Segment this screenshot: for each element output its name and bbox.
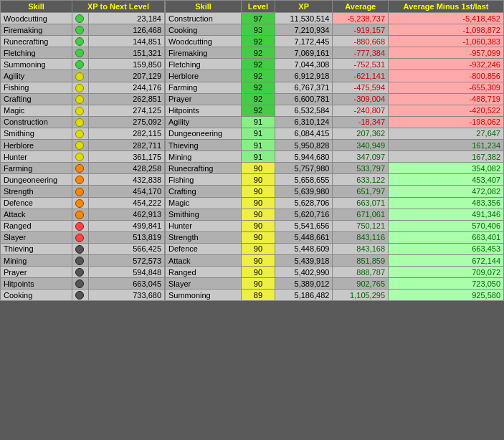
xp-value: 5,541,656: [275, 220, 333, 231]
avgml-value: 491,346: [389, 209, 504, 220]
skill-name: Farming: [1, 163, 72, 174]
avgml-value: 925,580: [389, 290, 504, 301]
level-value: 92: [242, 105, 275, 116]
status-dot: [75, 234, 84, 242]
level-value: 90: [242, 278, 275, 290]
dot-cell: [72, 254, 89, 266]
table-row: Ranged 499,841: [1, 220, 165, 231]
table-row: Farming 92 6,767,371 -475,594 -655,309: [166, 82, 504, 93]
skill-name: Herblore: [166, 70, 242, 82]
status-dot: [75, 95, 84, 104]
skill-name: Fletching: [1, 47, 72, 59]
table-row: Agility 91 6,310,124 -18,347 -198,062: [166, 116, 504, 128]
xp-value: 7,210,934: [275, 24, 333, 36]
dot-cell: [72, 59, 89, 70]
right-header-skill: Skill: [166, 1, 242, 13]
status-dot: [75, 188, 84, 196]
table-row: Woodcutting 92 7,172,445 -880,668 -1,060…: [166, 36, 504, 47]
right-header-avg: Average: [333, 1, 389, 13]
dot-cell: [72, 36, 89, 47]
dot-cell: [72, 82, 89, 93]
table-row: Dungeoneering 91 6,084,415 207,362 27,64…: [166, 128, 504, 139]
avg-value: -752,531: [333, 59, 389, 70]
skill-name: Fishing: [1, 82, 72, 93]
left-header-skill: Skill: [1, 1, 72, 13]
table-row: Agility 207,129: [1, 70, 165, 82]
xp-value: 663,045: [89, 278, 165, 290]
dot-cell: [72, 174, 89, 186]
level-value: 89: [242, 290, 275, 301]
level-value: 92: [242, 47, 275, 59]
avg-value: -777,384: [333, 47, 389, 59]
xp-value: 6,532,584: [275, 105, 333, 116]
table-row: Attack 90 5,439,918 851,859 672,144: [166, 254, 504, 266]
skill-name: Thieving: [166, 140, 242, 151]
right-table: Skill Level XP Average Average Minus 1st…: [165, 0, 504, 301]
level-value: 90: [242, 243, 275, 254]
xp-value: 262,851: [89, 93, 165, 105]
table-row: Construction 97 11,530,514 -5,238,737 -5…: [166, 13, 504, 24]
xp-value: 7,044,308: [275, 59, 333, 70]
skill-name: Hitpoints: [166, 105, 242, 116]
xp-value: 454,170: [89, 186, 165, 197]
dot-cell: [72, 151, 89, 163]
status-dot: [75, 107, 84, 115]
skill-name: Slayer: [1, 231, 72, 243]
skill-name: Mining: [166, 151, 242, 163]
dot-cell: [72, 116, 89, 128]
avg-value: -309,004: [333, 93, 389, 105]
status-dot: [75, 222, 84, 231]
level-value: 91: [242, 116, 275, 128]
level-value: 90: [242, 163, 275, 174]
left-table: Skill XP to Next Level Woodcutting 23,18…: [0, 0, 165, 301]
status-dot: [75, 268, 84, 277]
level-value: 90: [242, 267, 275, 278]
status-dot: [75, 211, 84, 219]
level-value: 90: [242, 186, 275, 197]
skill-name: Smithing: [166, 209, 242, 220]
skill-name: Smithing: [1, 128, 72, 139]
table-row: Cooking 93 7,210,934 -919,157 -1,098,872: [166, 24, 504, 36]
xp-value: 566,425: [89, 243, 165, 254]
table-row: Prayer 92 6,600,781 -309,004 -488,719: [166, 93, 504, 105]
skill-name: Defence: [166, 243, 242, 254]
status-dot: [75, 199, 84, 208]
level-value: 90: [242, 197, 275, 209]
xp-value: 6,084,415: [275, 128, 333, 139]
xp-value: 5,628,706: [275, 197, 333, 209]
skill-name: Firemaking: [166, 47, 242, 59]
xp-value: 5,186,482: [275, 290, 333, 301]
table-row: Woodcutting 23,184: [1, 13, 165, 24]
avg-value: -240,807: [333, 105, 389, 116]
table-row: Mining 572,573: [1, 254, 165, 266]
dot-cell: [72, 47, 89, 59]
table-row: Strength 90 5,448,661 843,116 663,401: [166, 231, 504, 243]
skill-name: Hunter: [166, 220, 242, 231]
status-dot: [75, 291, 84, 300]
table-row: Slayer 513,819: [1, 231, 165, 243]
table-row: Cooking 733,680: [1, 290, 165, 301]
avgml-value: 709,072: [389, 267, 504, 278]
xp-value: 428,258: [89, 163, 165, 174]
skill-name: Magic: [166, 197, 242, 209]
skill-name: Woodcutting: [1, 13, 72, 24]
table-row: Mining 91 5,944,680 347,097 167,382: [166, 151, 504, 163]
xp-value: 23,184: [89, 13, 165, 24]
level-value: 92: [242, 82, 275, 93]
xp-value: 282,115: [89, 128, 165, 139]
status-dot: [75, 49, 84, 57]
xp-value: 151,321: [89, 47, 165, 59]
table-row: Thieving 91 5,950,828 340,949 161,234: [166, 140, 504, 151]
dot-cell: [72, 197, 89, 209]
level-value: 92: [242, 36, 275, 47]
avgml-value: 672,144: [389, 254, 504, 266]
table-row: Defence 90 5,448,609 843,168 663,453: [166, 243, 504, 254]
level-value: 92: [242, 70, 275, 82]
table-row: Hunter 361,175: [1, 151, 165, 163]
level-value: 90: [242, 254, 275, 266]
level-value: 93: [242, 24, 275, 36]
table-row: Thieving 566,425: [1, 243, 165, 254]
xp-value: 7,172,445: [275, 36, 333, 47]
level-value: 90: [242, 231, 275, 243]
skill-name: Strength: [166, 231, 242, 243]
